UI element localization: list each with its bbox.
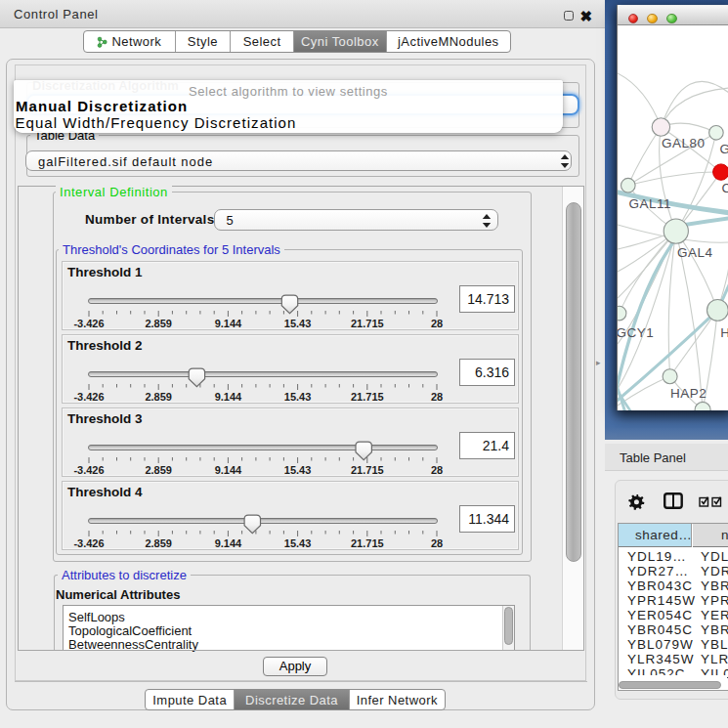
svg-text:9.144: 9.144 [215, 317, 242, 328]
svg-text:2.859: 2.859 [145, 390, 172, 402]
svg-text:-3.426: -3.426 [73, 317, 104, 328]
svg-text:GCY1: GCY1 [618, 325, 654, 340]
svg-text:9.144: 9.144 [215, 536, 242, 548]
svg-text:CDC1: CDC1 [722, 181, 728, 195]
svg-text:2.859: 2.859 [145, 317, 172, 328]
svg-text:15.43: 15.43 [284, 536, 312, 548]
svg-text:15.43: 15.43 [284, 390, 312, 402]
svg-text:GAL7: GAL7 [720, 142, 728, 156]
svg-text:9.144: 9.144 [215, 463, 242, 475]
svg-text:-3.426: -3.426 [73, 463, 104, 475]
svg-text:28: 28 [431, 390, 443, 402]
svg-text:28: 28 [431, 317, 443, 328]
svg-text:21.715: 21.715 [351, 317, 384, 328]
svg-text:GAL80: GAL80 [662, 136, 706, 150]
svg-text:15.43: 15.43 [284, 463, 312, 475]
svg-text:2.859: 2.859 [145, 536, 172, 548]
svg-text:2.859: 2.859 [145, 463, 172, 475]
svg-text:28: 28 [431, 463, 443, 475]
svg-text:-3.426: -3.426 [73, 536, 104, 548]
svg-text:21.715: 21.715 [351, 390, 384, 402]
svg-text:HAP1: HAP1 [720, 325, 728, 340]
svg-text:21.715: 21.715 [351, 536, 384, 548]
svg-text:HAP2: HAP2 [670, 386, 707, 401]
svg-text:GAL4: GAL4 [677, 245, 713, 260]
svg-text:21.715: 21.715 [351, 463, 384, 475]
svg-text:9.144: 9.144 [215, 390, 242, 402]
svg-text:-3.426: -3.426 [73, 390, 104, 402]
svg-text:28: 28 [431, 536, 443, 548]
svg-text:15.43: 15.43 [284, 317, 312, 328]
svg-text:GAL11: GAL11 [629, 196, 672, 211]
